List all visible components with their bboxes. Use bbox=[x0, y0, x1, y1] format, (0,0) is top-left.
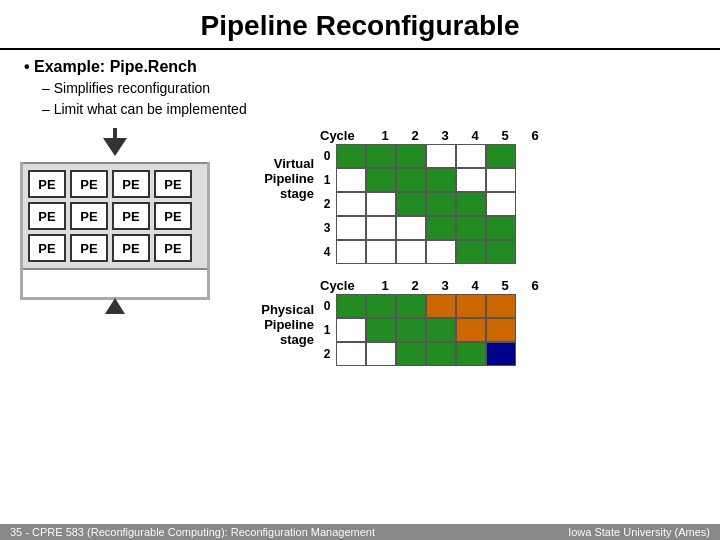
v-cell-3-0 bbox=[336, 216, 366, 240]
v-cell-0-2 bbox=[396, 144, 426, 168]
v-cycle-6: 6 bbox=[520, 128, 550, 143]
v-cell-4-2 bbox=[396, 240, 426, 264]
v-row-0 bbox=[336, 144, 516, 168]
physical-cycle-label: Cycle bbox=[320, 278, 370, 293]
pe-cell: PE bbox=[28, 234, 66, 262]
p-cycle-2: 2 bbox=[400, 278, 430, 293]
pe-row-2: PE PE PE PE bbox=[28, 234, 202, 262]
footer-left: 35 - CPRE 583 (Reconfigurable Computing)… bbox=[10, 526, 375, 538]
p-cell-2-2 bbox=[396, 342, 426, 366]
p-cell-2-5 bbox=[486, 342, 516, 366]
v-cell-1-3 bbox=[426, 168, 456, 192]
v-cell-2-5 bbox=[486, 192, 516, 216]
physical-grid bbox=[336, 294, 516, 366]
pe-cell: PE bbox=[70, 170, 108, 198]
physical-label-1: Physical bbox=[261, 302, 314, 317]
p-cell-0-1 bbox=[366, 294, 396, 318]
p-cell-0-2 bbox=[396, 294, 426, 318]
v-cell-3-4 bbox=[456, 216, 486, 240]
p-cycle-4: 4 bbox=[460, 278, 490, 293]
v-cell-0-5 bbox=[486, 144, 516, 168]
pe-section: PE PE PE PE PE PE PE PE PE PE PE PE bbox=[10, 128, 220, 366]
pe-cell: PE bbox=[154, 170, 192, 198]
v-row-4 bbox=[336, 240, 516, 264]
pe-cell: PE bbox=[70, 234, 108, 262]
pe-cell: PE bbox=[112, 202, 150, 230]
p-cell-0-4 bbox=[456, 294, 486, 318]
v-cell-2-4 bbox=[456, 192, 486, 216]
v-idx-0: 0 bbox=[318, 144, 336, 168]
virtual-label-3: stage bbox=[280, 186, 314, 201]
v-cell-4-3 bbox=[426, 240, 456, 264]
p-cell-1-4 bbox=[456, 318, 486, 342]
physical-table-section: Cycle 1 2 3 4 5 6 Physical Pipeline stag… bbox=[230, 278, 710, 366]
p-cycle-6: 6 bbox=[520, 278, 550, 293]
v-row-2 bbox=[336, 192, 516, 216]
pe-row-0: PE PE PE PE bbox=[28, 170, 202, 198]
p-cell-0-3 bbox=[426, 294, 456, 318]
v-cell-1-5 bbox=[486, 168, 516, 192]
v-cell-1-1 bbox=[366, 168, 396, 192]
p-row-0 bbox=[336, 294, 516, 318]
v-cycle-5: 5 bbox=[490, 128, 520, 143]
v-cell-4-4 bbox=[456, 240, 486, 264]
p-row-2 bbox=[336, 342, 516, 366]
v-cell-2-2 bbox=[396, 192, 426, 216]
page-title: Pipeline Reconfigurable bbox=[0, 0, 720, 50]
p-row-1 bbox=[336, 318, 516, 342]
v-cell-3-1 bbox=[366, 216, 396, 240]
p-cycle-1: 1 bbox=[370, 278, 400, 293]
p-cell-1-2 bbox=[396, 318, 426, 342]
p-cell-2-0 bbox=[336, 342, 366, 366]
v-cell-0-4 bbox=[456, 144, 486, 168]
virtual-grid bbox=[336, 144, 516, 264]
v-cell-4-5 bbox=[486, 240, 516, 264]
v-cell-0-3 bbox=[426, 144, 456, 168]
v-cycle-1: 1 bbox=[370, 128, 400, 143]
pe-cell: PE bbox=[154, 202, 192, 230]
footer-bar: 35 - CPRE 583 (Reconfigurable Computing)… bbox=[0, 524, 720, 540]
v-cycle-2: 2 bbox=[400, 128, 430, 143]
v-cell-4-1 bbox=[366, 240, 396, 264]
bullet-sub-2: – Limit what can be implemented bbox=[42, 99, 720, 120]
p-cell-1-5 bbox=[486, 318, 516, 342]
v-cell-4-0 bbox=[336, 240, 366, 264]
pe-cell: PE bbox=[28, 170, 66, 198]
v-cycle-3: 3 bbox=[430, 128, 460, 143]
v-cell-3-3 bbox=[426, 216, 456, 240]
v-cell-1-4 bbox=[456, 168, 486, 192]
footer-right: Iowa State University (Ames) bbox=[568, 526, 710, 538]
p-idx-2: 2 bbox=[318, 342, 336, 366]
p-cell-0-5 bbox=[486, 294, 516, 318]
v-cell-1-0 bbox=[336, 168, 366, 192]
p-cell-1-1 bbox=[366, 318, 396, 342]
bullet-sub-1: – Simplifies reconfiguration bbox=[42, 78, 720, 99]
bullet-main: • Example: Pipe.Rench bbox=[24, 58, 720, 76]
p-idx-1: 1 bbox=[318, 318, 336, 342]
tables-section: Cycle 1 2 3 4 5 6 Virtual Pipeline stage bbox=[230, 128, 710, 366]
v-cell-0-1 bbox=[366, 144, 396, 168]
p-cell-1-0 bbox=[336, 318, 366, 342]
p-cycle-3: 3 bbox=[430, 278, 460, 293]
p-cell-1-3 bbox=[426, 318, 456, 342]
v-cell-3-2 bbox=[396, 216, 426, 240]
v-cycle-4: 4 bbox=[460, 128, 490, 143]
v-row-3 bbox=[336, 216, 516, 240]
v-idx-3: 3 bbox=[318, 216, 336, 240]
pe-grid: PE PE PE PE PE PE PE PE PE PE PE PE bbox=[20, 162, 210, 270]
p-cell-0-0 bbox=[336, 294, 366, 318]
pe-cell: PE bbox=[112, 234, 150, 262]
v-idx-2: 2 bbox=[318, 192, 336, 216]
virtual-label-1: Virtual bbox=[274, 156, 314, 171]
pe-cell: PE bbox=[28, 202, 66, 230]
v-cell-2-3 bbox=[426, 192, 456, 216]
virtual-cycle-label: Cycle bbox=[320, 128, 370, 143]
p-cell-2-4 bbox=[456, 342, 486, 366]
physical-label-2: Pipeline bbox=[264, 317, 314, 332]
v-idx-4: 4 bbox=[318, 240, 336, 264]
v-cell-1-2 bbox=[396, 168, 426, 192]
pe-cell: PE bbox=[70, 202, 108, 230]
v-row-1 bbox=[336, 168, 516, 192]
pe-cell: PE bbox=[112, 170, 150, 198]
p-idx-0: 0 bbox=[318, 294, 336, 318]
